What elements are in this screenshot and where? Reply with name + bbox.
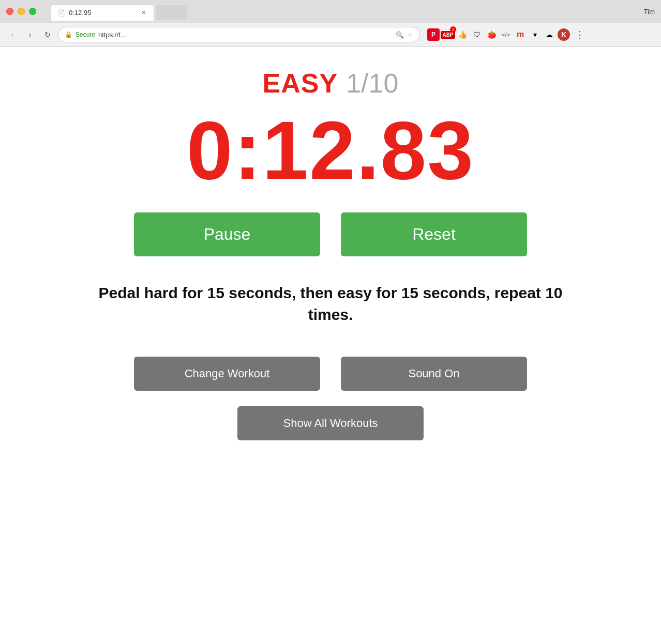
workout-type-label: EASY — [263, 68, 338, 99]
refresh-button[interactable]: ↻ — [40, 27, 55, 42]
m-extension[interactable]: m — [514, 28, 527, 41]
tab-favicon-icon: 📄 — [57, 9, 65, 17]
url-display: https://f... — [98, 31, 126, 39]
browser-titlebar: 📄 0:12.95 ✕ Tim — [0, 0, 661, 23]
minimize-button[interactable] — [18, 8, 25, 15]
reset-button[interactable]: Reset — [341, 212, 527, 256]
new-tab-button[interactable] — [156, 5, 187, 20]
bookmark-icon[interactable]: ☆ — [407, 31, 413, 39]
browser-chrome: 📄 0:12.95 ✕ Tim ‹ › ↻ 🔒 Secure https://f… — [0, 0, 661, 47]
k-extension[interactable]: K — [558, 28, 570, 41]
workout-progress-label: 1/10 — [346, 68, 398, 99]
adblock-extension[interactable]: ABP 1 — [442, 28, 454, 41]
tab-title: 0:12.95 — [69, 9, 135, 17]
tomato-extension[interactable]: 🍅 — [485, 28, 498, 41]
browser-username: Tim — [644, 8, 655, 16]
browser-toolbar: ‹ › ↻ 🔒 Secure https://f... 🔍 ☆ P ABP 1 … — [0, 23, 661, 47]
tab-close-button[interactable]: ✕ — [139, 9, 147, 17]
search-icon[interactable]: 🔍 — [396, 31, 404, 39]
timer-display: 0:12.83 — [187, 109, 475, 192]
pause-button[interactable]: Pause — [134, 212, 320, 256]
sound-toggle-button[interactable]: Sound On — [341, 357, 527, 391]
forward-button[interactable]: › — [23, 27, 37, 42]
active-tab[interactable]: 📄 0:12.95 ✕ — [51, 4, 154, 21]
workout-description: Pedal hard for 15 seconds, then easy for… — [98, 282, 563, 326]
code-extension[interactable]: </> — [500, 28, 512, 41]
show-all-workouts-button[interactable]: Show All Workouts — [237, 406, 424, 440]
primary-buttons: Pause Reset — [134, 212, 527, 256]
main-content: EASY 1/10 0:12.83 Pause Reset Pedal hard… — [0, 47, 661, 461]
shield-extension[interactable]: 🛡 — [471, 28, 483, 41]
tab-bar: 📄 0:12.95 ✕ — [44, 2, 193, 21]
workout-header: EASY 1/10 — [263, 68, 399, 99]
secondary-buttons: Change Workout Sound On — [134, 357, 527, 391]
change-workout-button[interactable]: Change Workout — [134, 357, 320, 391]
cloud-extension[interactable]: ☁ — [543, 28, 555, 41]
thumbs-extension[interactable]: 👍 — [456, 28, 469, 41]
pocket-extension[interactable]: ▾ — [529, 28, 541, 41]
close-button[interactable] — [6, 8, 13, 15]
maximize-button[interactable] — [29, 8, 36, 15]
address-bar[interactable]: 🔒 Secure https://f... 🔍 ☆ — [58, 27, 420, 42]
back-button[interactable]: ‹ — [5, 27, 20, 42]
traffic-lights — [6, 8, 36, 15]
pinterest-extension[interactable]: P — [427, 28, 440, 41]
secure-lock-icon: 🔒 — [65, 31, 72, 38]
secure-label: Secure — [76, 31, 95, 38]
extensions-bar: P ABP 1 👍 🛡 🍅 </> m ▾ ☁ K — [427, 28, 570, 41]
chrome-menu-button[interactable]: ⋮ — [573, 29, 587, 40]
